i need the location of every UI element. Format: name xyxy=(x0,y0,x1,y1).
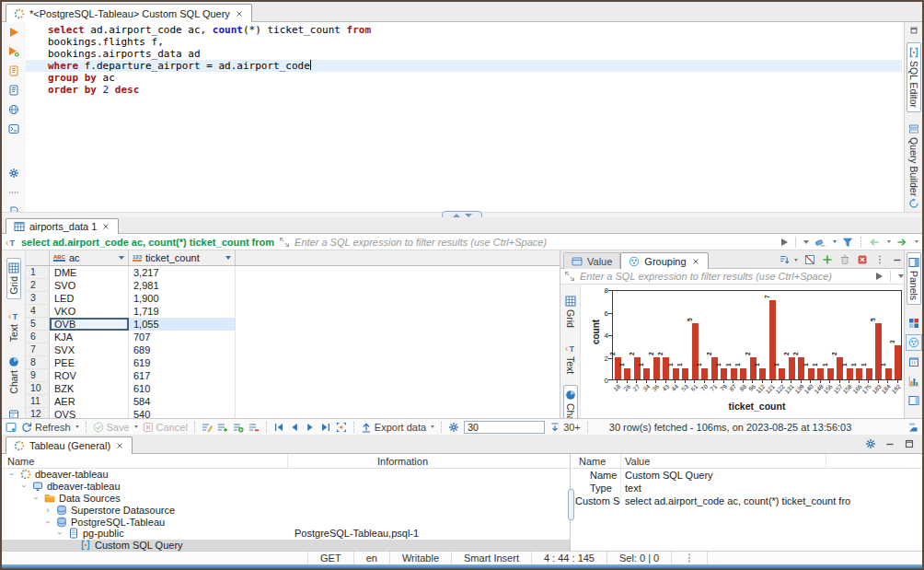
add-row-icon[interactable] xyxy=(217,422,228,433)
grouping-filter-bar[interactable]: Enter a SQL expression to filter results… xyxy=(560,269,907,285)
expander-icon[interactable]: › xyxy=(43,505,52,516)
chart-bar[interactable] xyxy=(615,357,621,380)
first-row-icon[interactable] xyxy=(273,422,284,433)
row-number[interactable]: 12 xyxy=(26,408,50,418)
row-number[interactable]: 2 xyxy=(26,279,50,292)
grouping-filter-placeholder[interactable]: Enter a SQL expression to filter results… xyxy=(580,271,832,282)
add-grouping-icon[interactable] xyxy=(822,254,833,265)
execute-in-new-tab-button[interactable] xyxy=(6,45,21,58)
information-column-header[interactable]: Information xyxy=(377,456,428,467)
remove-grouping-icon[interactable] xyxy=(839,254,850,265)
tree-item[interactable]: ›pg-publicPostgreSQL-Tableau,psql-1 xyxy=(2,528,570,540)
property-value[interactable]: Custom SQL Query xyxy=(620,469,713,482)
chart-bar[interactable] xyxy=(634,357,641,380)
chart-bar[interactable] xyxy=(895,345,901,379)
column-header-ticket-count[interactable]: 123 ticket_count xyxy=(129,250,236,265)
close-icon[interactable] xyxy=(115,441,124,450)
references-panel-icon[interactable] xyxy=(908,318,919,329)
data-grid[interactable]: ABC ac 123 ticket_count 1DME3,2172SVO2,9… xyxy=(26,250,560,418)
cell-ticket-count[interactable]: 619 xyxy=(129,356,236,369)
cell-ticket-count[interactable]: 610 xyxy=(129,382,236,395)
chart-bar[interactable] xyxy=(701,368,708,379)
column-header-ac[interactable]: ABC ac xyxy=(50,250,129,265)
maximize-icon[interactable] xyxy=(904,438,915,449)
chart-bar[interactable] xyxy=(779,368,785,379)
filter-placeholder[interactable]: Enter a SQL expression to filter results… xyxy=(295,237,547,248)
chart-bar[interactable] xyxy=(759,368,766,379)
apply-filter-icon[interactable] xyxy=(873,271,884,282)
grouping-tab-chart[interactable]: Chart xyxy=(563,385,578,418)
chart-bar[interactable] xyxy=(866,368,872,379)
row-number[interactable]: 3 xyxy=(26,292,50,305)
row-number[interactable]: 7 xyxy=(26,343,50,356)
tab-sql-editor[interactable]: SQL Editor xyxy=(907,42,921,112)
results-tab[interactable]: airports_data 1 xyxy=(6,218,119,234)
table-row[interactable]: 3LED1,900 xyxy=(26,292,560,305)
apply-filter-icon[interactable] xyxy=(779,237,790,248)
aggregate-panel-icon[interactable] xyxy=(908,376,919,387)
property-value[interactable]: text xyxy=(620,482,641,494)
collapse-up-icon[interactable] xyxy=(453,214,460,217)
tree-item[interactable]: ›dbeaver-tableau xyxy=(2,469,570,481)
chart-bar[interactable] xyxy=(673,368,679,379)
expander-icon[interactable]: › xyxy=(42,518,53,527)
minimize-panel-icon[interactable] xyxy=(892,254,903,265)
table-row[interactable]: 2SVO2,981 xyxy=(26,279,560,292)
cell-ac[interactable]: SVO xyxy=(50,279,129,292)
chart-bar[interactable] xyxy=(856,368,862,379)
chart-bar[interactable] xyxy=(740,368,746,379)
table-row[interactable]: 4VKO1,719 xyxy=(26,305,560,318)
results-filter-bar[interactable]: ‹T select ad.airport_code ac, count(*) t… xyxy=(2,234,922,250)
value-viewer-panel-icon[interactable] xyxy=(908,395,919,406)
previous-row-icon[interactable] xyxy=(289,422,300,433)
chart-bar[interactable] xyxy=(827,368,834,379)
tab-grouping[interactable]: Grouping xyxy=(620,252,708,269)
next-row-icon[interactable] xyxy=(305,422,316,433)
cell-ticket-count[interactable]: 2,981 xyxy=(129,279,236,292)
row-number[interactable]: 4 xyxy=(26,305,50,318)
grouping-tab-text[interactable]: ‹TText xyxy=(564,339,577,378)
filter-history-dropdown-icon[interactable] xyxy=(803,240,809,244)
sync-connection-icon[interactable] xyxy=(908,198,919,209)
chart-bar[interactable] xyxy=(624,368,630,379)
chart-bar[interactable] xyxy=(808,368,814,379)
panel-menu-icon[interactable] xyxy=(874,254,885,265)
execute-statement-button[interactable] xyxy=(6,26,21,39)
chart-bar[interactable] xyxy=(798,357,804,380)
tab-query-builder[interactable]: Query Builder xyxy=(907,120,920,200)
cell-ticket-count[interactable]: 1,055 xyxy=(129,318,236,331)
property-value[interactable]: select ad.airport_code ac, count(*) tick… xyxy=(620,494,850,507)
chart-bar[interactable] xyxy=(711,357,718,380)
cell-ticket-count[interactable]: 617 xyxy=(129,369,236,382)
sort-attributes-icon[interactable] xyxy=(779,254,790,265)
sort-dropdown-icon[interactable] xyxy=(225,256,231,260)
export-data-button[interactable]: Export data xyxy=(361,422,434,433)
copy-results-icon[interactable] xyxy=(907,422,918,433)
refresh-button[interactable]: Refresh xyxy=(21,422,79,433)
tree-item[interactable]: Custom SQL Query xyxy=(2,540,570,551)
cell-ticket-count[interactable]: 584 xyxy=(129,395,236,408)
overflow-button[interactable] xyxy=(6,186,21,199)
explain-plan-button[interactable] xyxy=(6,84,21,97)
cell-ticket-count[interactable]: 540 xyxy=(129,408,236,418)
explorer-tab[interactable]: Tableau (General) xyxy=(6,436,133,454)
save-button[interactable]: Save xyxy=(93,422,138,433)
chart-bar[interactable] xyxy=(682,368,688,379)
expander-icon[interactable]: › xyxy=(6,470,17,479)
filter-settings-icon[interactable] xyxy=(842,237,853,248)
name-column-header[interactable]: Name xyxy=(7,456,34,467)
chart-bar[interactable] xyxy=(692,323,699,379)
property-row[interactable]: NameCustom SQL Query xyxy=(572,469,922,482)
close-icon[interactable] xyxy=(691,257,700,266)
chart-bar[interactable] xyxy=(750,357,757,380)
results-tab-text[interactable]: ‹TText xyxy=(7,307,20,345)
chart-bar[interactable] xyxy=(789,357,795,380)
explorer-settings-icon[interactable] xyxy=(865,438,876,449)
open-console-button[interactable] xyxy=(6,122,21,135)
cell-ticket-count[interactable]: 689 xyxy=(129,343,236,356)
calendar-panel-icon[interactable] xyxy=(908,356,919,367)
expander-icon[interactable]: › xyxy=(54,529,65,538)
cell-ac[interactable]: OVB xyxy=(50,318,129,331)
sort-dropdown-icon[interactable] xyxy=(119,256,124,260)
grouping-tab-grid[interactable]: Grid xyxy=(564,292,577,332)
